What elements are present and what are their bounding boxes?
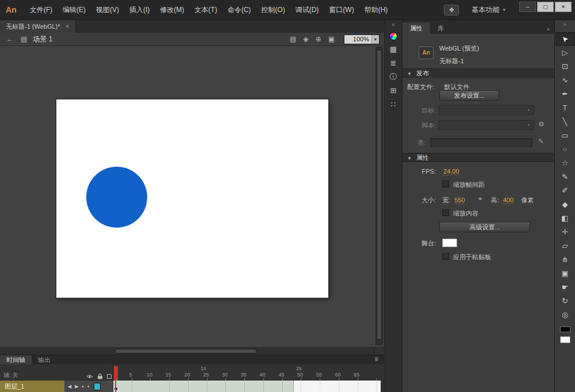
publish-settings-button[interactable]: 发布设置... [439, 90, 499, 101]
edit-symbols-icon[interactable]: ◈ [301, 35, 310, 43]
clip-outside-stage-icon[interactable]: ▣ [327, 35, 336, 43]
align-panel-icon[interactable]: ⊞ [385, 84, 402, 98]
pen-tool[interactable]: ✒ [555, 87, 575, 101]
selection-tool[interactable]: ➤ [555, 32, 575, 46]
menu-item[interactable]: 修改(M) [155, 0, 189, 20]
code-snippets-icon[interactable]: ∷ [385, 98, 402, 112]
swatches-panel-icon[interactable]: ▦ [385, 43, 402, 56]
workspace-icon-button[interactable]: ❖ [444, 5, 459, 16]
document-tab[interactable]: 无标题-1 (WebGL)* × [0, 20, 76, 33]
expand-panels-icon[interactable]: « [385, 20, 402, 29]
paint-bucket-tool[interactable]: ◧ [555, 212, 575, 225]
zoom-select[interactable]: 100% ▼ [344, 34, 379, 44]
minimize-button[interactable]: ─ [519, 2, 536, 12]
collapse-tools-icon[interactable]: » [555, 20, 575, 29]
class-input[interactable] [430, 138, 532, 147]
layer-outline-color-swatch[interactable] [94, 383, 101, 390]
chevron-down-icon[interactable]: ▼ [371, 35, 379, 44]
ink-bottle-tool[interactable]: ◆ [555, 198, 575, 212]
stroke-color-swatch[interactable] [560, 326, 570, 332]
menu-item[interactable]: 文本(T) [189, 0, 222, 20]
playhead[interactable] [114, 366, 118, 381]
eraser-tool[interactable]: ▱ [555, 239, 575, 253]
second-marker: 2s [296, 366, 302, 371]
frame-span[interactable] [113, 381, 294, 392]
scale-spans-checkbox[interactable] [442, 180, 449, 187]
script-dropdown[interactable]: ▼ [439, 120, 534, 130]
menu-item[interactable]: 命令(C) [223, 0, 256, 20]
edit-scene-icon[interactable]: ▤ [288, 35, 298, 43]
pencil-tool[interactable]: ✎ [555, 170, 575, 184]
color-panel-icon[interactable] [385, 29, 402, 43]
apply-pasteboard-checkbox[interactable] [442, 253, 449, 260]
target-dropdown[interactable]: ▼ [439, 105, 534, 115]
publish-section-header[interactable]: ▼ 发布 [402, 68, 554, 78]
eyedropper-tool[interactable]: ✛ [555, 225, 575, 239]
text-tool[interactable]: T [555, 101, 575, 115]
menu-item[interactable]: 调试(D) [290, 0, 324, 20]
properties-list-icon[interactable]: ≣ [385, 56, 402, 70]
advanced-settings-button[interactable]: 高级设置... [439, 222, 530, 232]
menu-item[interactable]: 控制(O) [256, 0, 290, 20]
center-stage-icon[interactable]: ⊕ [314, 35, 323, 43]
wrench-icon[interactable]: ⚙ [538, 120, 545, 128]
pasteboard[interactable] [0, 46, 384, 347]
info-panel-icon[interactable]: ⓘ [385, 70, 402, 84]
link-dimensions-icon[interactable]: ⚭ [477, 195, 483, 203]
workspace-switcher[interactable]: 基本功能 ▾ [471, 5, 505, 15]
frames-area[interactable] [113, 381, 381, 392]
pencil-icon[interactable]: ✎ [538, 137, 544, 145]
panel-menu-icon[interactable]: ≡ [374, 355, 378, 364]
panel-tab[interactable]: 库 [430, 22, 451, 34]
outline-layers-icon[interactable] [107, 374, 112, 379]
layer-row[interactable]: 图层_1 ◀ ▶ • • [0, 381, 384, 392]
fill-color-swatch[interactable] [560, 336, 570, 343]
frame-ruler[interactable]: 1s 2s 5101520253035404550556065 [113, 364, 381, 381]
zoom-tool[interactable]: ◎ [555, 308, 575, 322]
timeline-tab[interactable]: 时间轴 [0, 355, 32, 364]
stage-color-swatch[interactable] [442, 239, 457, 247]
blue-circle-shape[interactable] [86, 167, 147, 228]
next-keyframe-icon[interactable]: ▶ [75, 384, 78, 389]
line-tool[interactable]: ╲ [555, 115, 575, 129]
dock-icons: ▦≣ⓘ⊞∷ [385, 29, 402, 112]
stage[interactable] [56, 99, 328, 298]
width-value[interactable]: 550 [454, 197, 465, 204]
bone-tool[interactable]: ⋔ [555, 253, 575, 267]
lasso-tool[interactable]: ∿ [555, 74, 575, 87]
fps-value[interactable]: 24.00 [443, 168, 459, 175]
horizontal-scrollbar[interactable] [0, 347, 384, 355]
collapse-to-icons-icon[interactable]: » [546, 26, 554, 34]
vertical-scrollbar[interactable] [375, 47, 383, 345]
tab-close-icon[interactable]: × [66, 22, 70, 30]
timeline-tab[interactable]: 输出 [32, 355, 57, 364]
panel-tab[interactable]: 属性 [402, 22, 430, 34]
menu-item[interactable]: 插入(I) [124, 0, 155, 20]
scale-content-checkbox[interactable] [442, 209, 449, 216]
layer-lock-dot[interactable]: • [87, 383, 90, 390]
rotate-view-tool[interactable]: ↻ [555, 294, 575, 308]
polystar-tool[interactable]: ☆ [555, 156, 575, 170]
oval-tool[interactable]: ○ [555, 143, 575, 156]
close-button[interactable]: ✕ [555, 2, 572, 12]
free-transform-tool[interactable]: ⊡ [555, 60, 575, 74]
back-arrow-icon[interactable]: ← [5, 35, 15, 43]
brush-tool[interactable]: ✐ [555, 184, 575, 198]
menu-item[interactable]: 视图(V) [91, 0, 124, 20]
maximize-button[interactable]: ▢ [537, 2, 554, 12]
rectangle-tool[interactable]: ▭ [555, 129, 575, 143]
menu-item[interactable]: 编辑(E) [57, 0, 91, 20]
vertical-scrollbar-thumb[interactable] [377, 50, 382, 340]
menu-item[interactable]: 帮助(H) [359, 0, 393, 20]
previous-keyframe-icon[interactable]: ◀ [68, 384, 71, 389]
menu-item[interactable]: 文件(F) [25, 0, 57, 20]
properties-section-header[interactable]: ▼ 属性 [402, 153, 554, 162]
subselection-tool[interactable]: ▷ [555, 46, 575, 60]
camera-tool[interactable]: ▣ [555, 267, 575, 280]
hand-tool[interactable]: ☛ [555, 280, 575, 294]
horizontal-scrollbar-thumb[interactable] [115, 349, 256, 353]
layer-name-cell[interactable]: 图层_1 [0, 381, 64, 392]
layer-visible-dot[interactable]: • [82, 383, 84, 390]
height-value[interactable]: 400 [503, 197, 513, 204]
menu-item[interactable]: 窗口(W) [324, 0, 359, 20]
